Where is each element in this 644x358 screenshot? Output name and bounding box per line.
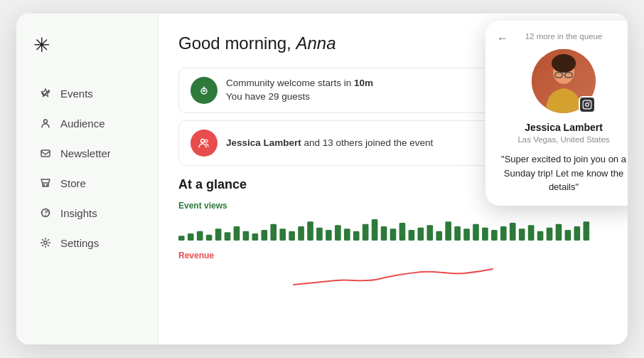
revenue-line	[178, 265, 608, 288]
main-content: Good morning, Anna Community welcome sta…	[159, 14, 628, 344]
revenue-label: Revenue	[178, 251, 608, 260]
events-icon	[39, 87, 52, 100]
svg-rect-30	[353, 231, 360, 241]
jessica-rest: and 13 others joined the event	[301, 137, 433, 148]
jessica-name: Jessica Lambert	[226, 137, 301, 148]
insights-icon	[39, 206, 52, 219]
sidebar-item-label-newsletter: Newsletter	[60, 147, 111, 159]
newsletter-icon	[39, 147, 52, 159]
svg-rect-19	[252, 233, 259, 241]
profile-location: Las Vegas, United States	[497, 135, 628, 144]
svg-rect-24	[298, 226, 304, 241]
svg-rect-33	[381, 226, 387, 241]
svg-rect-29	[344, 228, 350, 241]
svg-rect-36	[409, 230, 415, 241]
svg-rect-32	[372, 219, 378, 241]
svg-rect-44	[482, 228, 488, 241]
queue-text: 12 more in the queue	[497, 32, 628, 41]
svg-point-10	[205, 139, 208, 142]
svg-point-61	[552, 54, 576, 73]
svg-rect-28	[335, 225, 341, 241]
logo-icon: ✳	[33, 34, 50, 56]
audience-icon	[39, 117, 52, 130]
svg-rect-55	[583, 221, 589, 241]
svg-point-9	[201, 139, 205, 143]
svg-rect-31	[363, 224, 369, 241]
jessica-notification-text: Jessica Lambert and 13 others joined the…	[226, 137, 433, 150]
community-time: 10m	[354, 78, 373, 88]
nav-list: Events Audience Newslett	[31, 80, 144, 256]
sidebar-item-label-store: Store	[60, 177, 86, 189]
svg-rect-49	[528, 225, 535, 241]
svg-rect-1	[41, 150, 50, 157]
svg-point-8	[203, 89, 206, 93]
sidebar-item-settings[interactable]: Settings	[31, 229, 144, 256]
event-views-bars	[178, 215, 608, 241]
logo: ✳	[31, 33, 144, 57]
sidebar-item-insights[interactable]: Insights	[31, 199, 144, 226]
community-guests: You have 29 guests	[226, 90, 373, 104]
community-notification-text: Community welcome starts in 10m You have…	[226, 77, 373, 104]
greeting-text: Good morning,	[178, 33, 296, 53]
svg-rect-52	[556, 224, 562, 241]
svg-rect-51	[547, 228, 553, 241]
svg-rect-17	[234, 226, 240, 241]
svg-rect-25	[307, 221, 313, 241]
sidebar-item-label-audience: Audience	[60, 117, 105, 130]
svg-point-64	[589, 102, 590, 102]
svg-rect-14	[206, 235, 213, 241]
svg-rect-11	[178, 236, 185, 241]
svg-point-3	[47, 184, 48, 186]
sidebar-item-audience[interactable]: Audience	[31, 110, 144, 137]
profile-card: ← 12 more in the queue	[485, 21, 628, 206]
svg-rect-20	[261, 230, 267, 241]
svg-point-63	[586, 103, 589, 107]
profile-quote: "Super excited to join you on a Sunday t…	[497, 152, 628, 194]
back-arrow[interactable]: ←	[497, 32, 508, 45]
svg-rect-43	[473, 224, 479, 241]
svg-point-5	[44, 241, 47, 244]
svg-rect-27	[326, 230, 332, 241]
sidebar-item-newsletter[interactable]: Newsletter	[31, 139, 144, 167]
svg-rect-37	[418, 228, 424, 241]
svg-point-0	[44, 120, 48, 123]
app-container: ✳ Events Audience	[16, 14, 628, 344]
sidebar-item-label-events: Events	[60, 88, 93, 100]
jessica-icon	[190, 130, 218, 157]
community-icon	[190, 77, 218, 104]
store-icon	[39, 177, 52, 189]
svg-rect-35	[399, 223, 406, 241]
svg-rect-45	[491, 230, 498, 241]
sidebar-item-store[interactable]: Store	[31, 169, 144, 196]
svg-rect-54	[574, 226, 581, 241]
svg-rect-41	[454, 226, 461, 241]
greeting-name: Anna	[296, 33, 336, 53]
svg-rect-21	[270, 224, 277, 241]
instagram-badge	[579, 96, 596, 113]
svg-rect-40	[445, 221, 451, 241]
revenue-chart: Revenue	[178, 251, 608, 290]
svg-rect-26	[316, 228, 323, 241]
svg-rect-53	[565, 230, 571, 241]
svg-rect-46	[500, 226, 507, 241]
profile-avatar-container	[532, 49, 596, 113]
svg-rect-62	[583, 100, 591, 109]
event-views-chart: Event views	[178, 201, 608, 243]
settings-icon	[39, 236, 52, 249]
svg-rect-50	[537, 231, 544, 241]
svg-rect-22	[279, 228, 286, 241]
svg-rect-18	[243, 231, 249, 241]
profile-name: Jessica Lambert	[497, 122, 628, 133]
svg-rect-23	[289, 231, 295, 241]
svg-rect-47	[510, 223, 516, 241]
sidebar-item-label-settings: Settings	[60, 237, 99, 249]
svg-rect-16	[225, 232, 231, 241]
svg-rect-48	[519, 228, 525, 241]
sidebar-item-label-insights: Insights	[60, 207, 97, 219]
svg-rect-38	[426, 225, 433, 241]
svg-point-2	[43, 184, 45, 186]
svg-rect-13	[197, 231, 203, 241]
sidebar-item-events[interactable]: Events	[31, 80, 144, 107]
svg-rect-39	[436, 231, 442, 241]
svg-rect-12	[188, 233, 194, 241]
